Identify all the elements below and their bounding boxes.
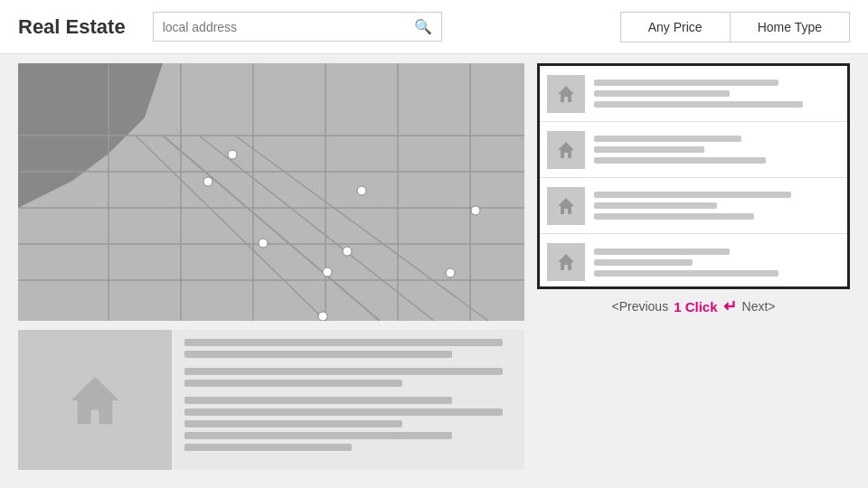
listing-line-5 bbox=[184, 397, 452, 404]
svg-marker-30 bbox=[558, 142, 574, 158]
search-icon-button[interactable]: 🔍 bbox=[414, 18, 432, 35]
home-icon-2 bbox=[555, 139, 577, 161]
svg-point-21 bbox=[259, 239, 268, 248]
listing-line-4 bbox=[184, 380, 402, 387]
filter-buttons: Any Price Home Type bbox=[620, 12, 850, 42]
listing-line-2 bbox=[184, 351, 452, 358]
result-icon-4 bbox=[547, 243, 585, 281]
home-icon-4 bbox=[555, 251, 577, 273]
listing-line-3 bbox=[184, 368, 503, 375]
listing-thumbnail bbox=[18, 330, 172, 470]
listing-detail bbox=[18, 330, 524, 470]
svg-point-17 bbox=[228, 150, 237, 159]
svg-point-22 bbox=[343, 247, 352, 256]
map-svg bbox=[18, 63, 524, 321]
svg-point-23 bbox=[323, 267, 332, 277]
svg-marker-28 bbox=[71, 376, 119, 424]
result-item-4[interactable] bbox=[540, 234, 847, 289]
listing-line-8 bbox=[184, 432, 452, 439]
listing-line-6 bbox=[184, 408, 503, 416]
right-column: <Previous 1 Click ↵ Next> bbox=[537, 63, 850, 479]
result-item-2[interactable] bbox=[540, 122, 847, 178]
app-title: Real Estate bbox=[18, 15, 126, 39]
listing-line-7 bbox=[184, 420, 402, 427]
listing-text bbox=[184, 330, 524, 470]
pagination-prev[interactable]: <Previous bbox=[612, 299, 669, 314]
svg-marker-29 bbox=[558, 86, 574, 102]
svg-marker-32 bbox=[558, 254, 574, 270]
svg-marker-31 bbox=[558, 198, 574, 214]
search-bar: 🔍 bbox=[153, 12, 442, 42]
svg-point-24 bbox=[446, 268, 455, 277]
left-column bbox=[18, 63, 524, 479]
svg-point-25 bbox=[318, 312, 327, 321]
pagination-next[interactable]: Next> bbox=[742, 299, 776, 314]
result-text-1 bbox=[594, 80, 840, 108]
search-input[interactable] bbox=[163, 20, 414, 34]
home-type-button[interactable]: Home Type bbox=[730, 12, 850, 42]
result-icon-2 bbox=[547, 131, 585, 169]
svg-point-20 bbox=[471, 206, 480, 215]
map-container[interactable] bbox=[18, 63, 524, 321]
home-icon-large bbox=[63, 369, 127, 432]
listing-line-1 bbox=[184, 339, 503, 346]
result-icon-3 bbox=[547, 187, 585, 225]
result-text-2 bbox=[594, 136, 840, 164]
svg-point-19 bbox=[357, 186, 366, 195]
result-text-4 bbox=[594, 249, 840, 277]
svg-point-18 bbox=[203, 177, 212, 186]
main-content: <Previous 1 Click ↵ Next> bbox=[0, 54, 868, 488]
pagination: <Previous 1 Click ↵ Next> bbox=[537, 289, 850, 324]
results-panel bbox=[537, 63, 850, 289]
pagination-arrow: ↵ bbox=[723, 296, 737, 316]
search-icon: 🔍 bbox=[414, 19, 432, 34]
header: Real Estate 🔍 Any Price Home Type bbox=[0, 0, 868, 54]
result-item-3[interactable] bbox=[540, 178, 847, 234]
any-price-button[interactable]: Any Price bbox=[620, 12, 730, 42]
pagination-current: 1 Click bbox=[674, 299, 717, 314]
home-icon-1 bbox=[555, 83, 577, 105]
result-icon-1 bbox=[547, 75, 585, 113]
listing-line-9 bbox=[184, 444, 352, 451]
result-item-1[interactable] bbox=[540, 66, 847, 122]
home-icon-3 bbox=[555, 195, 577, 217]
result-text-3 bbox=[594, 192, 840, 220]
